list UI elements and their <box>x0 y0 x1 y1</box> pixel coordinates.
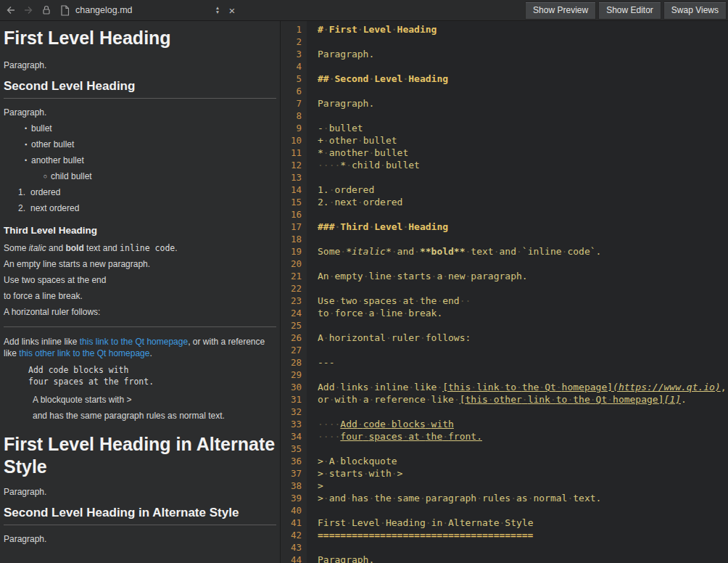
code-segment: Paragraph. <box>318 554 374 563</box>
line-number: 37 <box>281 467 302 480</box>
show-editor-button[interactable]: Show Editor <box>598 1 661 20</box>
line-number: 18 <box>281 233 302 245</box>
code-segment: 2.·next·ordered <box>318 197 402 207</box>
qt-homepage-reference-link[interactable]: this other link to the Qt homepage <box>19 348 149 358</box>
editor-line[interactable]: Some·*italic*·and·**bold**·text·and·`inl… <box>318 245 728 258</box>
inline-code: inline code <box>120 243 175 253</box>
close-icon[interactable]: × <box>225 2 239 18</box>
italic-text: italic <box>29 243 46 253</box>
preview-h2-alternate: Second Level Heading in Alternate Style <box>4 505 276 525</box>
line-number: 9 <box>281 122 302 134</box>
editor-line[interactable] <box>318 85 728 97</box>
preview-h1-alternate: First Level Heading in Alternate Style <box>4 433 276 478</box>
document-tab-title[interactable]: changelog.md <box>75 5 212 15</box>
editor-line[interactable]: >·A·blockquote <box>318 455 728 467</box>
code-segment: ····*·child·bullet <box>318 160 420 170</box>
editor-line[interactable]: Paragraph. <box>318 554 728 563</box>
editor-code[interactable]: #·First·Level·HeadingParagraph.##·Second… <box>307 21 728 563</box>
editor-line[interactable] <box>318 36 728 48</box>
editor-line[interactable]: ====================================== <box>318 529 728 541</box>
line-number: 44 <box>281 554 302 563</box>
editor-line[interactable]: ##·Second·Level·Heading <box>318 73 728 85</box>
code-segment: >·A·blockquote <box>318 456 397 467</box>
line-number: 33 <box>281 418 302 430</box>
forward-icon[interactable] <box>20 2 36 18</box>
preview-paragraph: Paragraph. <box>4 487 276 498</box>
editor-line[interactable] <box>318 233 728 245</box>
editor-line[interactable]: +·other·bullet <box>318 134 728 147</box>
code-segment: First·Level·Heading·in·Alternate·Style <box>318 517 533 528</box>
qt-homepage-link[interactable]: this link to the Qt homepage <box>80 337 188 347</box>
line-number: 13 <box>281 171 302 184</box>
editor-line[interactable]: ###·Third·Level·Heading <box>318 221 728 233</box>
editor-line[interactable]: or·with·a·reference·like·[this·other·lin… <box>318 393 728 406</box>
editor-line[interactable] <box>318 504 728 517</box>
show-preview-button[interactable]: Show Preview <box>525 1 596 20</box>
preview-paragraph: to force a line break. <box>4 291 276 302</box>
swap-views-button[interactable]: Swap Views <box>663 1 727 20</box>
markdown-editor-pane: 1234567891011121314151617181920212223242… <box>280 21 728 563</box>
editor-line[interactable]: >·starts·with·> <box>318 467 728 480</box>
markdown-preview-pane[interactable]: First Level Heading Paragraph. Second Le… <box>0 21 280 563</box>
text-run: and <box>46 243 66 253</box>
editor-line[interactable] <box>318 406 728 418</box>
editor-line[interactable] <box>318 282 728 295</box>
line-number: 8 <box>281 110 302 122</box>
editor-line[interactable] <box>318 443 728 455</box>
editor-line[interactable]: *·another·bullet <box>318 147 728 159</box>
editor-line[interactable] <box>318 344 728 356</box>
line-number: 11 <box>281 147 302 159</box>
editor-line[interactable] <box>318 541 728 554</box>
code-segment: 1.·ordered <box>318 184 374 195</box>
editor-line[interactable] <box>318 369 728 381</box>
editor-line[interactable] <box>318 319 728 332</box>
blockquote-paragraph: and has the same paragraph rules as norm… <box>33 411 276 422</box>
editor-line[interactable]: First·Level·Heading·in·Alternate·Style <box>318 517 728 529</box>
ordered-number: 1. <box>18 187 28 198</box>
ordered-list-item: 1. ordered <box>18 187 276 198</box>
editor-line[interactable]: -·bullet <box>318 122 728 134</box>
editor-line[interactable]: --- <box>318 356 728 369</box>
editor-line[interactable]: > <box>318 480 728 492</box>
line-number: 27 <box>281 344 302 356</box>
line-number: 30 <box>281 381 302 393</box>
line-number: 41 <box>281 517 302 529</box>
code-segment: Paragraph. <box>318 98 374 109</box>
list-item: ○ child bullet <box>42 171 276 182</box>
lock-icon[interactable] <box>38 2 54 18</box>
editor-line[interactable] <box>318 258 728 270</box>
editor-line[interactable]: Use·two·spaces·at·the·end·· <box>318 295 728 307</box>
editor-line[interactable]: ····*·child·bullet <box>318 159 728 171</box>
updown-icon[interactable]: ▲▼ <box>212 2 223 18</box>
editor-line[interactable]: ····Add·code·blocks·with <box>318 418 728 430</box>
list-item-label: other bullet <box>31 139 74 150</box>
editor-line[interactable]: Add·links·inline·like·[this·link·to·the·… <box>318 381 728 393</box>
preview-paragraph: Paragraph. <box>4 534 276 545</box>
bold-text: bold <box>65 243 83 253</box>
code-segment: > <box>318 480 323 491</box>
editor-toolbar: changelog.md ▲▼ × Show Preview Show Edit… <box>0 0 728 21</box>
editor-line[interactable] <box>318 208 728 221</box>
list-item-label: next ordered <box>30 203 79 214</box>
view-buttons: Show Preview Show Editor Swap Views <box>525 1 728 20</box>
editor-line[interactable]: 1.·ordered <box>318 184 728 196</box>
list-item-label: another bullet <box>31 155 84 166</box>
editor-line[interactable]: 2.·next·ordered <box>318 196 728 208</box>
editor-line[interactable] <box>318 171 728 184</box>
back-icon[interactable] <box>2 2 18 18</box>
editor-line[interactable] <box>318 60 728 73</box>
editor-line[interactable]: Paragraph. <box>318 48 728 60</box>
editor-line[interactable]: An·empty·line·starts·a·new·paragraph. <box>318 270 728 282</box>
code-segment: Some· <box>318 246 346 257</box>
line-number: 15 <box>281 196 302 208</box>
editor-line[interactable] <box>318 110 728 122</box>
editor-line[interactable]: >·and·has·the·same·paragraph·rules·as·no… <box>318 492 728 504</box>
code-segment: **bold** <box>420 246 466 257</box>
editor-line[interactable]: #·First·Level·Heading <box>318 23 728 36</box>
code-segment: Use·two·spaces·at·the·end·· <box>318 295 471 306</box>
editor-line[interactable]: to·force·a·line·break. <box>318 307 728 319</box>
editor-line[interactable]: ····four·spaces·at·the·front. <box>318 430 728 443</box>
text-run: Add links inline like <box>4 337 80 347</box>
editor-line[interactable]: Paragraph. <box>318 97 728 110</box>
editor-line[interactable]: A·horizontal·ruler·follows: <box>318 332 728 344</box>
